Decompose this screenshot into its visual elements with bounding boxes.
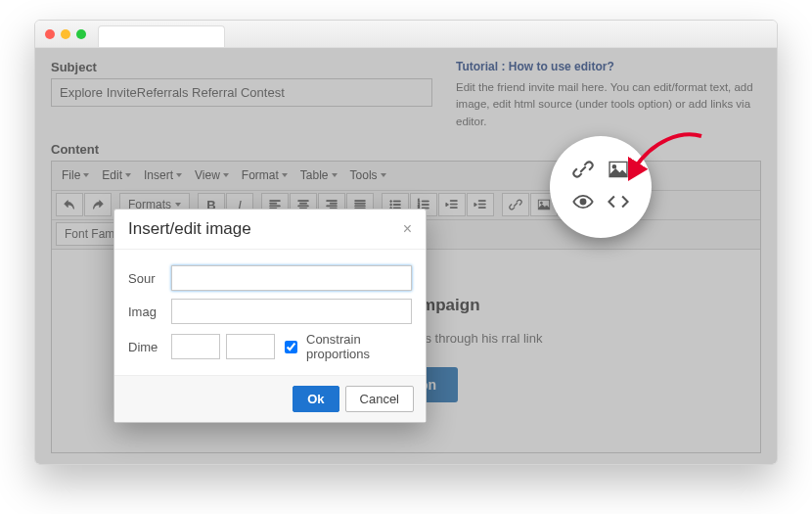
browser-tab[interactable]: [98, 25, 225, 47]
image-width-input[interactable]: [171, 334, 220, 359]
image-desc-label: Imag: [128, 304, 165, 319]
constrain-checkbox[interactable]: [285, 341, 297, 353]
constrain-label: Constrain proportions: [306, 332, 412, 361]
code-icon: [608, 191, 629, 215]
svg-point-10: [612, 165, 615, 168]
image-description-input[interactable]: [171, 299, 412, 324]
modal-close-button[interactable]: ×: [403, 220, 412, 238]
source-label: Sour: [128, 271, 165, 286]
window-min-dot[interactable]: [61, 29, 70, 39]
image-height-input[interactable]: [226, 334, 275, 359]
insert-image-modal: Insert/edit image × Sour Imag Dime Const…: [113, 209, 427, 423]
modal-ok-button[interactable]: Ok: [293, 386, 338, 412]
browser-titlebar: [35, 21, 777, 48]
svg-point-11: [580, 199, 586, 205]
window-close-dot[interactable]: [45, 29, 55, 39]
window-max-dot[interactable]: [76, 29, 86, 39]
image-source-input[interactable]: [171, 265, 412, 291]
eye-icon: [572, 191, 594, 215]
annotation-arrow-icon: [628, 128, 706, 197]
modal-cancel-button[interactable]: Cancel: [345, 386, 414, 412]
dimensions-label: Dime: [128, 340, 165, 354]
modal-title: Insert/edit image: [128, 219, 251, 239]
link-icon: [572, 159, 594, 183]
image-icon: [608, 159, 629, 183]
browser-window: Subject Tutorial : How to use editor? Ed…: [34, 20, 778, 465]
